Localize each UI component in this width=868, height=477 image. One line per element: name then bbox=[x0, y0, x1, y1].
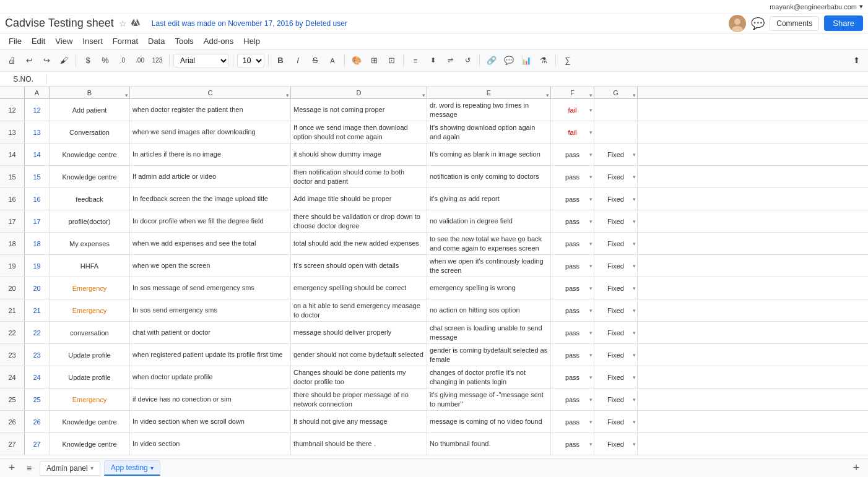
cell-b[interactable]: Emergency bbox=[50, 299, 130, 321]
cell-g[interactable]: Fixed▾ bbox=[594, 144, 638, 165]
cell-c[interactable]: when we send images after downloading bbox=[130, 121, 291, 143]
cell-f[interactable]: pass▾ bbox=[551, 411, 594, 432]
cell-f[interactable]: pass▾ bbox=[551, 389, 594, 410]
cell-g[interactable]: Fixed▾ bbox=[594, 322, 638, 343]
cell-c[interactable]: In video section bbox=[130, 433, 291, 455]
cell-b[interactable]: Knowledge centre bbox=[50, 433, 130, 455]
table-row[interactable]: 12 12 Add patient when doctor register t… bbox=[0, 99, 868, 121]
fill-color-btn[interactable]: 🎨 bbox=[349, 53, 365, 69]
cell-g[interactable]: Fixed▾ bbox=[594, 344, 638, 366]
link-btn[interactable]: 🔗 bbox=[484, 53, 500, 69]
cell-g[interactable]: Fixed▾ bbox=[594, 411, 638, 432]
font-size-selector[interactable]: 10 bbox=[237, 54, 264, 67]
cell-d[interactable]: it should show dummy image bbox=[291, 144, 427, 165]
cell-a[interactable]: 18 bbox=[25, 233, 50, 254]
cell-c[interactable]: chat with patient or doctor bbox=[130, 322, 291, 343]
star-icon[interactable]: ☆ bbox=[119, 19, 127, 28]
menu-addons[interactable]: Add-ons bbox=[199, 35, 238, 47]
cell-e[interactable]: it's giving as add report bbox=[427, 188, 551, 210]
font-selector[interactable]: Arial bbox=[173, 54, 229, 67]
table-row[interactable]: 27 27 Knowledge centre In video section … bbox=[0, 433, 868, 455]
cell-e[interactable]: dr. word is repeating two times in messa… bbox=[427, 99, 551, 121]
cell-d[interactable]: Add image title should be proper bbox=[291, 188, 427, 210]
cell-a[interactable]: 24 bbox=[25, 366, 50, 388]
cell-e[interactable]: No thumbnail found. bbox=[427, 433, 551, 455]
cell-a[interactable]: 17 bbox=[25, 210, 50, 232]
table-row[interactable]: 25 25 Emergency if device has no conecti… bbox=[0, 389, 868, 411]
format-123-btn[interactable]: 123 bbox=[149, 53, 165, 69]
cell-f[interactable]: pass▾ bbox=[551, 322, 594, 343]
increase-decimal-btn[interactable]: .00 bbox=[132, 53, 148, 69]
cell-g[interactable]: Fixed▾ bbox=[594, 233, 638, 254]
cell-a[interactable]: 27 bbox=[25, 433, 50, 455]
cell-b[interactable]: Add patient bbox=[50, 99, 130, 121]
cell-d[interactable]: there should be proper message of no net… bbox=[291, 389, 427, 410]
cell-a[interactable]: 16 bbox=[25, 188, 50, 210]
align-btn[interactable]: ≡ bbox=[407, 53, 423, 69]
cell-f[interactable]: pass▾ bbox=[551, 255, 594, 277]
cell-f[interactable]: pass▾ bbox=[551, 210, 594, 232]
cell-e[interactable]: no action on hitting sos option bbox=[427, 299, 551, 321]
cell-d[interactable]: emergency spelling should be correct bbox=[291, 277, 427, 299]
cell-a[interactable]: 13 bbox=[25, 121, 50, 143]
cell-b[interactable]: conversation bbox=[50, 322, 130, 343]
comment-btn[interactable]: 💬 bbox=[501, 53, 517, 69]
cell-c[interactable]: when doctor register the patient then bbox=[130, 99, 291, 121]
table-row[interactable]: 19 19 HHFA when we open the screen It's … bbox=[0, 255, 868, 277]
cell-c[interactable]: when registered patient update its profi… bbox=[130, 344, 291, 366]
collapse-btn[interactable]: ⬆ bbox=[848, 53, 864, 69]
filter-btn[interactable]: ⚗ bbox=[536, 53, 552, 69]
cell-a[interactable]: 14 bbox=[25, 144, 50, 165]
table-row[interactable]: 16 16 feedback In feedback screen the th… bbox=[0, 188, 868, 210]
percent-btn[interactable]: % bbox=[97, 53, 113, 69]
table-row[interactable]: 14 14 Knowledge centre In articles if th… bbox=[0, 144, 868, 166]
cell-c[interactable]: In feedback screen the the image upload … bbox=[130, 188, 291, 210]
cell-d[interactable]: there should be validation or drop down … bbox=[291, 210, 427, 232]
cell-a[interactable]: 21 bbox=[25, 299, 50, 321]
cell-d[interactable]: then notification should come to both do… bbox=[291, 166, 427, 187]
cell-a[interactable]: 12 bbox=[25, 99, 50, 121]
italic-btn[interactable]: I bbox=[290, 53, 306, 69]
cell-b[interactable]: Conversation bbox=[50, 121, 130, 143]
cell-d[interactable]: It's screen should open with details bbox=[291, 255, 427, 277]
cell-g[interactable] bbox=[594, 99, 638, 121]
last-edit-text[interactable]: Last edit was made on November 17, 2016 … bbox=[152, 19, 347, 28]
table-row[interactable]: 20 20 Emergency In sos message of send e… bbox=[0, 277, 868, 299]
cell-b[interactable]: HHFA bbox=[50, 255, 130, 277]
cell-d[interactable]: Message is not coming proper bbox=[291, 99, 427, 121]
table-row[interactable]: 17 17 profile(doctor) In docor profile w… bbox=[0, 210, 868, 233]
cell-a[interactable]: 26 bbox=[25, 411, 50, 432]
cell-c[interactable]: In sos message of send emergency sms bbox=[130, 277, 291, 299]
cell-g[interactable]: Fixed▾ bbox=[594, 277, 638, 299]
decrease-decimal-btn[interactable]: .0 bbox=[115, 53, 131, 69]
menu-insert[interactable]: Insert bbox=[77, 35, 108, 47]
cell-a[interactable]: 20 bbox=[25, 277, 50, 299]
cell-e[interactable]: to see the new total we have go back and… bbox=[427, 233, 551, 254]
wrap-btn[interactable]: ⇌ bbox=[442, 53, 458, 69]
cell-d[interactable]: message should deliver properly bbox=[291, 322, 427, 343]
cell-c[interactable]: when doctor update profile bbox=[130, 366, 291, 388]
dropdown-arrow[interactable]: ▾ bbox=[859, 2, 863, 11]
cell-g[interactable]: Fixed▾ bbox=[594, 299, 638, 321]
menu-format[interactable]: Format bbox=[108, 35, 143, 47]
menu-view[interactable]: View bbox=[50, 35, 77, 47]
cell-g[interactable]: Fixed▾ bbox=[594, 255, 638, 277]
sheet-body[interactable]: 12 12 Add patient when doctor register t… bbox=[0, 99, 868, 458]
cell-b[interactable]: Emergency bbox=[50, 277, 130, 299]
cell-a[interactable]: 25 bbox=[25, 389, 50, 410]
cell-c[interactable]: if device has no conection or sim bbox=[130, 389, 291, 410]
cell-a[interactable]: 22 bbox=[25, 322, 50, 343]
cell-e[interactable]: emergency spelling is wrong bbox=[427, 277, 551, 299]
cell-f[interactable]: pass▾ bbox=[551, 299, 594, 321]
cell-f[interactable]: fail▾ bbox=[551, 99, 594, 121]
cell-reference[interactable]: S.NO. bbox=[4, 75, 47, 84]
cell-d[interactable]: thumbnail should be there . bbox=[291, 433, 427, 455]
cell-e[interactable]: changes of doctor profile it's not chang… bbox=[427, 366, 551, 388]
borders-btn[interactable]: ⊞ bbox=[366, 53, 382, 69]
cell-c[interactable]: In docor profile when we fill the degree… bbox=[130, 210, 291, 232]
cell-g[interactable]: Fixed▾ bbox=[594, 210, 638, 232]
cell-f[interactable]: pass▾ bbox=[551, 144, 594, 165]
valign-btn[interactable]: ⬍ bbox=[425, 53, 441, 69]
table-row[interactable]: 24 24 Update profile when doctor update … bbox=[0, 366, 868, 389]
cell-d[interactable]: total should add the new added expenses bbox=[291, 233, 427, 254]
